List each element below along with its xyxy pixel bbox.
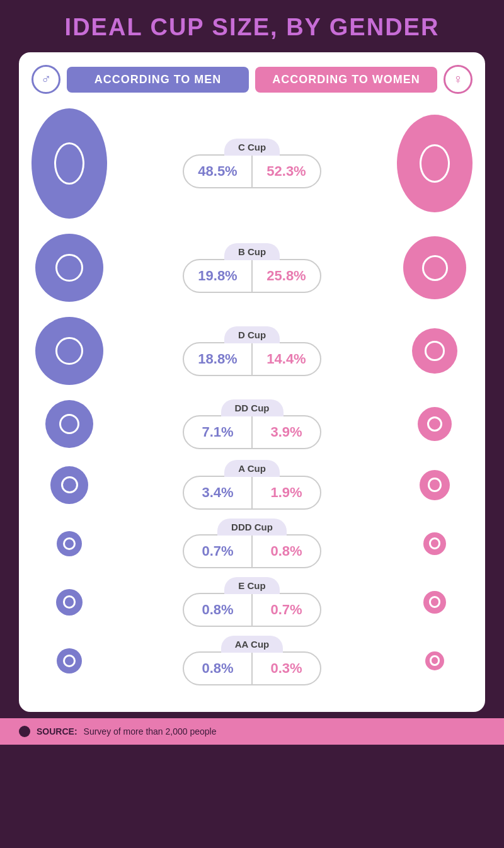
women-value: 0.7% xyxy=(253,594,320,626)
cup-label: B Cup xyxy=(224,243,280,260)
footer-source-label: SOURCE: xyxy=(37,726,77,736)
right-bubble xyxy=(423,591,446,614)
legend-row: ♂ ACCORDING TO MEN ACCORDING TO WOMEN ♀ xyxy=(32,65,472,94)
men-value: 48.5% xyxy=(184,156,253,187)
footer-dot xyxy=(19,726,30,737)
cup-label: D Cup xyxy=(224,326,280,343)
cup-center: DDD Cup 0.7% 0.8% xyxy=(107,519,397,568)
cup-values: 3.4% 1.9% xyxy=(183,476,321,510)
left-circle-container xyxy=(32,314,107,388)
women-value: 52.3% xyxy=(253,156,320,187)
page-title: IDEAL CUP SIZE, BY GENDER xyxy=(0,0,504,52)
cup-center: E Cup 0.8% 0.7% xyxy=(107,577,397,627)
cup-label: AA Cup xyxy=(221,636,283,653)
right-bubble xyxy=(412,328,457,374)
left-circle-container xyxy=(32,105,107,222)
cup-values: 7.1% 3.9% xyxy=(183,415,321,449)
cup-center: B Cup 19.8% 25.8% xyxy=(107,243,397,293)
cup-values: 0.8% 0.7% xyxy=(183,593,321,627)
right-bubble xyxy=(425,651,444,670)
women-value: 0.8% xyxy=(253,536,320,567)
left-bubble xyxy=(45,400,93,448)
cups-container: C Cup 48.5% 52.3% B Cup 19.8% 25.8% xyxy=(32,105,472,685)
cup-center: AA Cup 0.8% 0.3% xyxy=(107,636,397,685)
cup-center: C Cup 48.5% 52.3% xyxy=(107,139,397,188)
cup-label: DDD Cup xyxy=(217,519,287,536)
cup-label: A Cup xyxy=(224,460,280,477)
cup-row: AA Cup 0.8% 0.3% xyxy=(32,636,472,685)
cup-row: B Cup 19.8% 25.8% xyxy=(32,231,472,305)
men-value: 3.4% xyxy=(184,477,253,508)
left-bubble xyxy=(35,234,103,302)
women-value: 25.8% xyxy=(253,260,320,292)
main-card: ♂ ACCORDING TO MEN ACCORDING TO WOMEN ♀ … xyxy=(19,52,485,712)
left-circle-container xyxy=(32,463,107,507)
cup-label: DD Cup xyxy=(221,399,284,416)
female-symbol-icon: ♀ xyxy=(444,65,472,94)
right-bubble xyxy=(403,236,466,299)
cup-row: C Cup 48.5% 52.3% xyxy=(32,105,472,222)
cup-center: D Cup 18.8% 14.4% xyxy=(107,326,397,376)
right-bubble xyxy=(423,532,446,555)
men-value: 0.8% xyxy=(184,653,253,684)
women-legend-button: ACCORDING TO WOMEN xyxy=(255,67,437,93)
cup-row: DDD Cup 0.7% 0.8% xyxy=(32,519,472,568)
left-bubble xyxy=(57,531,82,556)
cup-values: 18.8% 14.4% xyxy=(183,342,321,376)
men-value: 19.8% xyxy=(184,260,253,292)
left-bubble xyxy=(50,466,88,504)
left-bubble xyxy=(35,317,103,385)
left-bubble xyxy=(56,589,83,616)
cup-row: DD Cup 7.1% 3.9% xyxy=(32,397,472,451)
right-circle-container xyxy=(397,314,472,388)
right-circle-container xyxy=(397,231,472,305)
left-bubble xyxy=(32,108,107,219)
cup-label: C Cup xyxy=(224,139,280,156)
right-circle-container xyxy=(397,463,472,507)
footer: SOURCE: Survey of more than 2,000 people xyxy=(0,718,504,745)
cup-center: DD Cup 7.1% 3.9% xyxy=(107,399,397,449)
right-circle-container xyxy=(397,105,472,222)
men-value: 0.8% xyxy=(184,594,253,626)
right-bubble xyxy=(418,407,452,441)
women-value: 3.9% xyxy=(253,416,320,448)
cup-values: 48.5% 52.3% xyxy=(183,154,321,188)
title-highlight: GENDER xyxy=(329,14,440,40)
footer-source-text: Survey of more than 2,000 people xyxy=(84,726,217,736)
men-legend-button: ACCORDING TO MEN xyxy=(67,67,249,93)
cup-values: 19.8% 25.8% xyxy=(183,259,321,293)
male-symbol-icon: ♂ xyxy=(32,65,60,94)
title-prefix: IDEAL CUP SIZE, BY xyxy=(65,14,329,40)
cup-label: E Cup xyxy=(224,577,279,594)
cup-row: D Cup 18.8% 14.4% xyxy=(32,314,472,388)
right-circle-container xyxy=(397,586,472,619)
women-value: 0.3% xyxy=(253,653,320,684)
right-circle-container xyxy=(397,528,472,559)
cup-values: 0.7% 0.8% xyxy=(183,534,321,568)
cup-row: E Cup 0.8% 0.7% xyxy=(32,577,472,627)
right-circle-container xyxy=(397,645,472,677)
cup-center: A Cup 3.4% 1.9% xyxy=(107,460,397,510)
men-value: 0.7% xyxy=(184,536,253,567)
left-circle-container xyxy=(32,231,107,305)
left-circle-container xyxy=(32,645,107,677)
left-circle-container xyxy=(32,397,107,451)
women-value: 14.4% xyxy=(253,343,320,375)
men-value: 18.8% xyxy=(184,343,253,375)
cup-values: 0.8% 0.3% xyxy=(183,651,321,685)
men-value: 7.1% xyxy=(184,416,253,448)
right-circle-container xyxy=(397,397,472,451)
left-circle-container xyxy=(32,528,107,559)
cup-row: A Cup 3.4% 1.9% xyxy=(32,460,472,510)
women-value: 1.9% xyxy=(253,477,320,508)
left-bubble xyxy=(57,648,82,673)
left-circle-container xyxy=(32,586,107,619)
right-bubble xyxy=(397,115,472,212)
right-bubble xyxy=(420,470,450,500)
